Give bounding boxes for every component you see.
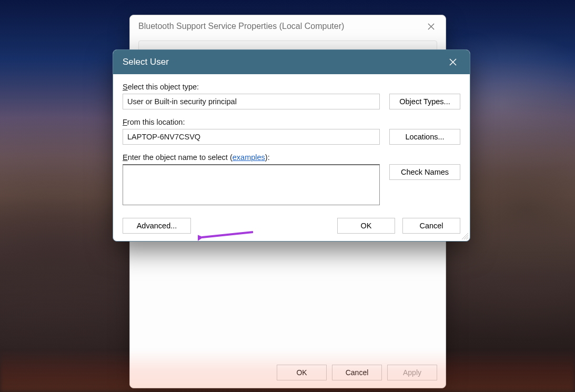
cancel-button[interactable]: Cancel <box>402 218 460 234</box>
close-icon <box>449 58 457 66</box>
location-label: From this location: <box>123 118 460 126</box>
ok-button[interactable]: OK <box>337 218 395 234</box>
check-names-button[interactable]: Check Names <box>389 164 460 180</box>
apply-button[interactable]: Apply <box>387 365 437 380</box>
close-icon[interactable] <box>421 18 440 34</box>
object-name-label: Enter the object name to select (example… <box>123 153 460 162</box>
select-user-titlebar: Select User <box>113 50 470 74</box>
object-type-label: Select this object type: <box>123 83 460 91</box>
properties-titlebar: Bluetooth Support Service Properties (Lo… <box>130 15 446 37</box>
cancel-button[interactable]: Cancel <box>332 365 382 380</box>
select-user-title: Select User <box>123 57 169 67</box>
advanced-button[interactable]: Advanced... <box>123 218 191 234</box>
locations-button[interactable]: Locations... <box>389 129 460 145</box>
location-field <box>123 129 380 145</box>
object-name-input[interactable] <box>123 164 380 205</box>
resize-grip-icon[interactable] <box>462 233 468 239</box>
close-button[interactable] <box>441 53 465 71</box>
examples-link[interactable]: examples <box>233 153 265 162</box>
object-types-button[interactable]: Object Types... <box>389 94 460 109</box>
select-user-dialog: Select User Select this object type: Obj… <box>113 49 470 242</box>
object-type-field <box>123 94 380 109</box>
properties-title: Bluetooth Support Service Properties (Lo… <box>138 22 344 31</box>
close-icon-glyph <box>428 23 435 30</box>
ok-button[interactable]: OK <box>277 365 327 380</box>
